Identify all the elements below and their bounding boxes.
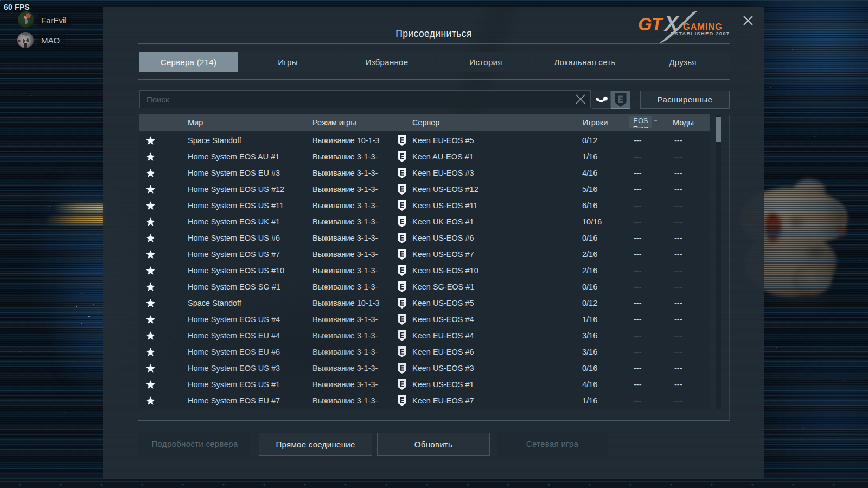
svg-text:ESTABLISHED 2007: ESTABLISHED 2007: [671, 30, 730, 36]
svg-text:GT: GT: [638, 14, 664, 34]
